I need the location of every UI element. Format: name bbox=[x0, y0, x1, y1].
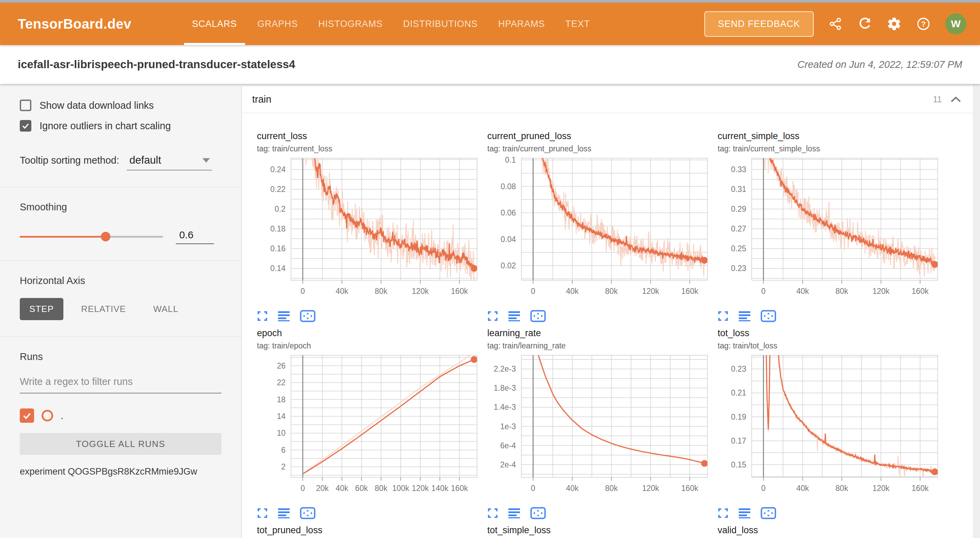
share-icon[interactable] bbox=[828, 16, 843, 31]
svg-text:0: 0 bbox=[301, 287, 305, 295]
smoothing-slider-thumb[interactable] bbox=[101, 232, 110, 241]
svg-text:40k: 40k bbox=[336, 287, 348, 295]
runs-selector-icon[interactable] bbox=[739, 311, 750, 321]
chart-plot-epoch[interactable]: 020k40k60k80k100k120k140k160k26221814106… bbox=[257, 353, 482, 501]
svg-text:40k: 40k bbox=[566, 287, 579, 295]
tab-scalars[interactable]: SCALARS bbox=[182, 3, 247, 45]
fit-domain-icon[interactable] bbox=[760, 507, 776, 519]
toggle-all-runs-button[interactable]: TOGGLE ALL RUNS bbox=[20, 433, 221, 455]
chart-toolbar bbox=[257, 308, 482, 324]
show-download-links-checkbox-row[interactable]: Show data download links bbox=[20, 99, 223, 111]
collapse-chevron-icon[interactable] bbox=[950, 96, 962, 104]
fit-domain-icon[interactable] bbox=[530, 310, 546, 322]
chart-epoch: epochtag: train/epoch020k40k60k80k100k12… bbox=[257, 328, 482, 522]
chart-title: current_pruned_loss bbox=[487, 131, 712, 142]
svg-text:0.27: 0.27 bbox=[731, 224, 746, 233]
expand-chart-icon[interactable] bbox=[718, 311, 729, 321]
runs-selector-icon[interactable] bbox=[508, 311, 520, 321]
expand-chart-icon[interactable] bbox=[718, 508, 729, 519]
runs-label: Runs bbox=[20, 351, 223, 362]
fit-domain-icon[interactable] bbox=[530, 507, 546, 519]
chart-title: valid_loss bbox=[718, 525, 942, 536]
settings-sidebar: Show data download links Ignore outliers… bbox=[0, 84, 242, 538]
svg-text:0.14: 0.14 bbox=[270, 264, 286, 273]
expand-chart-icon[interactable] bbox=[257, 311, 268, 321]
train-section-header[interactable]: train 11 bbox=[242, 86, 973, 113]
scrollbar[interactable] bbox=[973, 84, 980, 538]
ignore-outliers-label: Ignore outliers in chart scaling bbox=[40, 120, 171, 132]
axis-button-step[interactable]: STEP bbox=[20, 298, 64, 320]
run-color-swatch-icon[interactable] bbox=[41, 410, 53, 421]
runs-selector-icon[interactable] bbox=[739, 508, 750, 519]
smoothing-slider[interactable] bbox=[20, 236, 163, 238]
fit-domain-icon[interactable] bbox=[760, 310, 776, 322]
tab-histograms[interactable]: HISTOGRAMS bbox=[308, 3, 393, 45]
svg-text:40k: 40k bbox=[796, 287, 809, 295]
expand-chart-icon[interactable] bbox=[257, 508, 268, 519]
svg-text:1.4e-3: 1.4e-3 bbox=[494, 403, 516, 412]
sidebar-divider bbox=[0, 337, 242, 337]
svg-text:80k: 80k bbox=[375, 287, 388, 295]
chart-toolbar bbox=[487, 504, 712, 522]
fit-domain-icon[interactable] bbox=[300, 507, 315, 519]
sidebar-divider bbox=[0, 187, 242, 187]
checkbox-unchecked-icon[interactable] bbox=[20, 99, 31, 111]
tab-distributions[interactable]: DISTRIBUTIONS bbox=[393, 3, 488, 45]
expand-chart-icon[interactable] bbox=[487, 508, 498, 519]
help-icon[interactable]: ? bbox=[916, 16, 931, 31]
refresh-icon[interactable] bbox=[858, 16, 872, 31]
svg-text:0.06: 0.06 bbox=[501, 208, 516, 217]
runs-selector-icon[interactable] bbox=[278, 311, 290, 321]
checkbox-checked-icon[interactable] bbox=[20, 120, 31, 132]
svg-text:80k: 80k bbox=[605, 287, 618, 295]
svg-text:22: 22 bbox=[277, 378, 286, 387]
header-actions: SEND FEEDBACK ? W bbox=[704, 11, 966, 37]
svg-text:80k: 80k bbox=[605, 484, 618, 493]
fit-domain-icon[interactable] bbox=[300, 310, 315, 322]
svg-text:0.17: 0.17 bbox=[731, 436, 746, 445]
runs-filter-input[interactable]: Write a regex to filter runs bbox=[20, 376, 221, 393]
chart-plot-current_pruned_loss[interactable]: 040k80k120k160k0.10.080.060.040.02 bbox=[487, 155, 712, 303]
chart-tag: tag: train/learning_rate bbox=[487, 341, 712, 351]
expand-chart-icon[interactable] bbox=[487, 311, 498, 321]
svg-text:0: 0 bbox=[761, 287, 766, 295]
chart-title: current_loss bbox=[257, 131, 482, 142]
chart-plot-learning_rate[interactable]: 040k80k120k160k2.2e-31.8e-31.4e-31e-36e-… bbox=[487, 353, 712, 501]
run-checkbox-checked-icon[interactable] bbox=[20, 409, 34, 423]
axis-button-wall[interactable]: WALL bbox=[144, 298, 188, 320]
svg-text:160k: 160k bbox=[681, 484, 698, 493]
ignore-outliers-checkbox-row[interactable]: Ignore outliers in chart scaling bbox=[20, 120, 223, 132]
tab-hparams[interactable]: HPARAMS bbox=[488, 3, 555, 45]
app-logo: TensorBoard.dev bbox=[18, 16, 132, 32]
svg-text:0.22: 0.22 bbox=[270, 185, 286, 194]
runs-selector-icon[interactable] bbox=[278, 508, 290, 519]
svg-text:140k: 140k bbox=[431, 484, 449, 493]
user-avatar[interactable]: W bbox=[945, 13, 966, 34]
svg-text:0.18: 0.18 bbox=[270, 224, 286, 233]
train-chart-count: 11 bbox=[933, 94, 942, 104]
tab-graphs[interactable]: GRAPHS bbox=[247, 3, 308, 45]
svg-text:2.2e-3: 2.2e-3 bbox=[494, 364, 516, 374]
svg-text:1.8e-3: 1.8e-3 bbox=[494, 383, 516, 393]
svg-text:0: 0 bbox=[761, 484, 766, 493]
chart-title: current_simple_loss bbox=[718, 131, 942, 142]
send-feedback-button[interactable]: SEND FEEDBACK bbox=[704, 11, 814, 37]
chart-plot-current_loss[interactable]: 040k80k120k160k0.240.220.20.180.160.14 bbox=[257, 155, 482, 303]
charts-grid: current_losstag: train/current_loss040k8… bbox=[242, 113, 973, 538]
axis-button-relative[interactable]: RELATIVE bbox=[72, 298, 135, 320]
chart-title: tot_pruned_loss bbox=[257, 525, 482, 536]
svg-text:40k: 40k bbox=[566, 484, 579, 493]
svg-text:10: 10 bbox=[277, 429, 286, 437]
svg-text:120k: 120k bbox=[872, 287, 889, 295]
svg-text:120k: 120k bbox=[412, 484, 429, 493]
tab-text[interactable]: TEXT bbox=[555, 3, 600, 45]
svg-text:0: 0 bbox=[531, 287, 535, 295]
settings-gear-icon[interactable] bbox=[887, 16, 902, 31]
svg-text:1e-3: 1e-3 bbox=[500, 422, 516, 431]
chart-plot-current_simple_loss[interactable]: 040k80k120k160k0.330.310.290.270.250.23 bbox=[718, 155, 942, 303]
smoothing-value-input[interactable]: 0.6 bbox=[176, 229, 214, 244]
chart-tag: tag: train/current_pruned_loss bbox=[487, 144, 712, 153]
tooltip-sorting-select[interactable]: default bbox=[127, 154, 212, 171]
runs-selector-icon[interactable] bbox=[508, 508, 520, 519]
chart-plot-tot_loss[interactable]: 040k80k120k160k0.230.210.190.170.15 bbox=[718, 353, 942, 501]
